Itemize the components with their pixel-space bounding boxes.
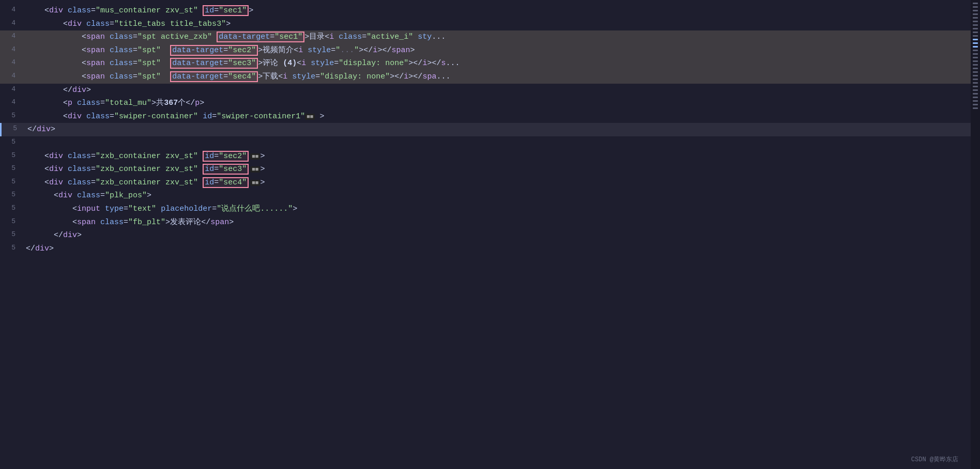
line-num-9: 5 — [0, 110, 22, 121]
line-num-6: 4 — [0, 70, 22, 82]
code-line-blank: 5 — [0, 136, 971, 150]
line-num-8: 4 — [0, 97, 22, 108]
scroll-marker-23 — [973, 82, 978, 84]
code-line-16: 5 <span class="fb_plt">发表评论</span> — [0, 216, 971, 229]
code-line-9: 5 <div class="swiper-container" id="swip… — [0, 110, 971, 123]
line-num-10: 5 — [2, 123, 23, 134]
line-content-15: <input type="text" placeholder="说点什么吧...… — [22, 202, 971, 216]
scroll-marker-8 — [973, 28, 978, 29]
line-num-11: 5 — [0, 150, 22, 161]
code-line-5: 4 <span class="spt" data-target="sec3">评… — [0, 57, 971, 70]
scroll-marker-7 — [973, 24, 978, 26]
code-line-11: 5 <div class="zxb_container zxv_st" id="… — [0, 150, 971, 163]
line-content-blank — [22, 136, 971, 150]
scroll-marker-26 — [973, 93, 978, 95]
scroll-marker-16 — [973, 57, 978, 58]
scroll-marker-14 — [973, 50, 978, 51]
code-line-1: 4 <div class="mus_container zxv_st" id="… — [0, 4, 971, 18]
scroll-marker-30 — [973, 107, 978, 109]
editor-container: 4 <div class="mus_container zxv_st" id="… — [0, 0, 980, 469]
code-line-18: 5 </div> — [0, 242, 971, 256]
scroll-marker-18 — [973, 64, 978, 66]
line-num-12: 5 — [0, 163, 22, 174]
code-line-6: 4 <span class="spt" data-target="sec4">下… — [0, 70, 971, 84]
line-content-8: <p class="total_mu">共367个</p> — [22, 97, 971, 110]
code-line-4: 4 <span class="spt" data-target="sec2">视… — [0, 44, 971, 57]
watermark: CSDN @黄晔东店 — [911, 455, 958, 465]
line-num-5: 4 — [0, 57, 22, 68]
line-num-16: 5 — [0, 216, 22, 227]
scroll-marker-22 — [973, 79, 978, 80]
scroll-marker-19 — [973, 68, 978, 69]
line-num-7: 4 — [0, 84, 22, 95]
line-content-1: <div class="mus_container zxv_st" id="se… — [22, 4, 971, 18]
line-num-4: 4 — [0, 44, 22, 55]
line-content-11: <div class="zxb_container zxv_st" id="se… — [22, 150, 971, 163]
scroll-marker-24 — [973, 86, 978, 87]
scroll-marker-9 — [973, 32, 978, 33]
line-content-16: <span class="fb_plt">发表评论</span> — [22, 216, 971, 229]
line-content-3: <span class="spt active_zxb" data-target… — [22, 30, 971, 44]
line-num-17: 5 — [0, 229, 22, 240]
line-content-5: <span class="spt" data-target="sec3">评论 … — [22, 57, 971, 70]
code-line-7: 4 </div> — [0, 84, 971, 97]
scroll-marker-2 — [973, 6, 978, 8]
line-num-1: 4 — [0, 4, 22, 15]
line-num-18: 5 — [0, 242, 22, 254]
line-content-13: <div class="zxb_container zxv_st" id="se… — [22, 176, 971, 190]
code-line-10: 5 </div> — [0, 123, 971, 136]
code-line-13: 5 <div class="zxb_container zxv_st" id="… — [0, 176, 971, 190]
line-num-13: 5 — [0, 176, 22, 187]
scroll-marker-10 — [973, 35, 978, 37]
line-num-15: 5 — [0, 202, 22, 214]
scroll-marker-11 — [973, 39, 978, 40]
code-line-12: 5 <div class="zxb_container zxv_st" id="… — [0, 163, 971, 176]
code-line-8: 4 <p class="total_mu">共367个</p> — [0, 97, 971, 110]
scroll-marker-29 — [973, 104, 978, 105]
scroll-marker-5 — [973, 17, 978, 19]
scroll-marker-15 — [973, 53, 978, 55]
line-content-18: </div> — [22, 242, 971, 256]
line-num-14: 5 — [0, 189, 22, 200]
code-area[interactable]: 4 <div class="mus_container zxv_st" id="… — [0, 0, 971, 469]
scroll-marker-1 — [973, 3, 978, 4]
scroll-marker-4 — [973, 13, 978, 15]
scroll-marker-20 — [973, 71, 978, 73]
scroll-marker-25 — [973, 89, 978, 91]
scroll-marker-21 — [973, 75, 978, 76]
line-num-blank: 5 — [0, 136, 22, 148]
code-line-14: 5 <div class="plk_pos"> — [0, 189, 971, 202]
line-content-2: <div class="title_tabs title_tabs3"> — [22, 18, 971, 31]
line-content-7: </div> — [22, 84, 971, 97]
line-content-14: <div class="plk_pos"> — [22, 189, 971, 202]
line-num-3: 4 — [0, 30, 22, 42]
scroll-marker-12 — [973, 42, 978, 44]
code-line-3: 4 <span class="spt active_zxb" data-targ… — [0, 30, 971, 44]
line-content-6: <span class="spt" data-target="sec4">下载<… — [22, 70, 971, 84]
scroll-marker-6 — [973, 21, 978, 22]
line-content-9: <div class="swiper-container" id="swiper… — [22, 110, 971, 123]
line-content-10: </div> — [23, 123, 971, 136]
scrollbar[interactable] — [971, 0, 980, 469]
line-content-17: </div> — [22, 229, 971, 242]
code-line-15: 5 <input type="text" placeholder="说点什么吧.… — [0, 202, 971, 216]
code-line-2: 4 <div class="title_tabs title_tabs3"> — [0, 18, 971, 31]
line-content-4: <span class="spt" data-target="sec2">视频简… — [22, 44, 971, 57]
scroll-marker-17 — [973, 60, 978, 62]
line-content-12: <div class="zxb_container zxv_st" id="se… — [22, 163, 971, 176]
scroll-marker-3 — [973, 10, 978, 11]
code-line-17: 5 </div> — [0, 229, 971, 242]
scroll-marker-28 — [973, 100, 978, 102]
scroll-marker-13 — [973, 46, 978, 48]
line-num-2: 4 — [0, 18, 22, 29]
scroll-marker-27 — [973, 97, 978, 98]
